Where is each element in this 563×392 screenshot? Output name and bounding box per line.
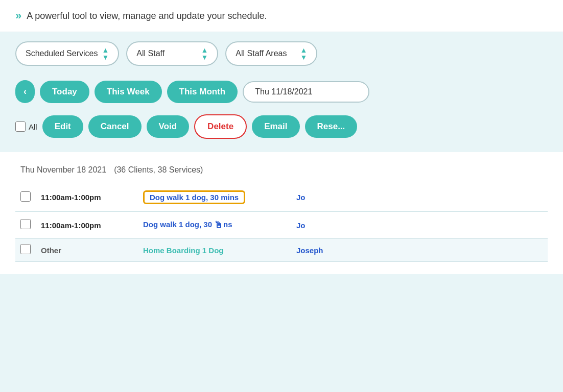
schedule-table: 11:00am-1:00pmDog walk 1 dog, 30 minsJo1… — [15, 183, 548, 262]
date-input[interactable] — [243, 81, 369, 103]
chevrons-icon: » — [15, 9, 21, 22]
back-button[interactable]: ‹ — [15, 80, 35, 103]
areas-filter-label: All Staff Areas — [236, 49, 287, 58]
services-filter-arrows: ▲▼ — [102, 46, 109, 61]
row-time: 11:00am-1:00pm — [36, 183, 138, 212]
all-staff-filter[interactable]: All Staff ▲▼ — [126, 41, 218, 66]
row-service[interactable]: Home Boarding 1 Dog — [138, 239, 291, 262]
services-filter-label: Scheduled Services — [26, 49, 98, 58]
areas-filter-arrows: ▲▼ — [300, 46, 307, 61]
row-time: Other — [36, 239, 138, 262]
row-checkbox[interactable] — [20, 191, 31, 202]
nav-row: ‹ Today This Week This Month — [0, 75, 563, 110]
table-row: OtherHome Boarding 1 DogJoseph — [15, 239, 548, 262]
row-checkbox[interactable] — [20, 244, 31, 254]
main-content: Thu November 18 2021 (36 Clients, 38 Ser… — [0, 152, 563, 274]
cancel-button[interactable]: Cancel — [88, 115, 142, 138]
actions-row: All Edit Cancel Void Delete Email Rese..… — [0, 110, 563, 147]
row-service[interactable]: Dog walk 1 dog, 30🖱ns — [138, 212, 291, 239]
this-month-button[interactable]: This Month — [167, 81, 238, 103]
table-row: 11:00am-1:00pmDog walk 1 dog, 30 minsJo — [15, 183, 548, 212]
row-service[interactable]: Dog walk 1 dog, 30 mins — [138, 183, 291, 212]
table-row: 11:00am-1:00pmDog walk 1 dog, 30🖱nsJo — [15, 212, 548, 239]
banner: » A powerful tool to view, manage and up… — [0, 0, 563, 32]
day-header: Thu November 18 2021 (36 Clients, 38 Ser… — [15, 164, 548, 175]
email-button[interactable]: Email — [252, 115, 299, 138]
reset-button[interactable]: Rese... — [305, 115, 358, 138]
day-summary: (36 Clients, 38 Services) — [114, 165, 203, 174]
all-label: All — [29, 122, 37, 131]
select-all-checkbox[interactable] — [15, 121, 26, 132]
this-week-button[interactable]: This Week — [95, 81, 162, 103]
row-staff[interactable]: Jo — [291, 183, 548, 212]
staff-filter-label: All Staff — [136, 49, 165, 58]
row-time: 11:00am-1:00pm — [36, 212, 138, 239]
void-button[interactable]: Void — [147, 115, 190, 138]
delete-button[interactable]: Delete — [194, 114, 247, 139]
banner-text: A powerful tool to view, manage and upda… — [27, 11, 267, 21]
staff-filter-arrows: ▲▼ — [201, 46, 208, 61]
row-staff[interactable]: Jo — [291, 212, 548, 239]
select-all-container: All — [15, 121, 37, 132]
row-checkbox[interactable] — [20, 219, 31, 229]
scheduled-services-filter[interactable]: Scheduled Services ▲▼ — [15, 41, 119, 66]
day-title: Thu November 18 2021 — [20, 165, 106, 174]
filters-row: Scheduled Services ▲▼ All Staff ▲▼ All S… — [0, 32, 563, 75]
today-button[interactable]: Today — [40, 81, 89, 103]
edit-button[interactable]: Edit — [42, 115, 83, 138]
all-staff-areas-filter[interactable]: All Staff Areas ▲▼ — [225, 41, 317, 66]
row-staff[interactable]: Joseph — [291, 239, 548, 262]
